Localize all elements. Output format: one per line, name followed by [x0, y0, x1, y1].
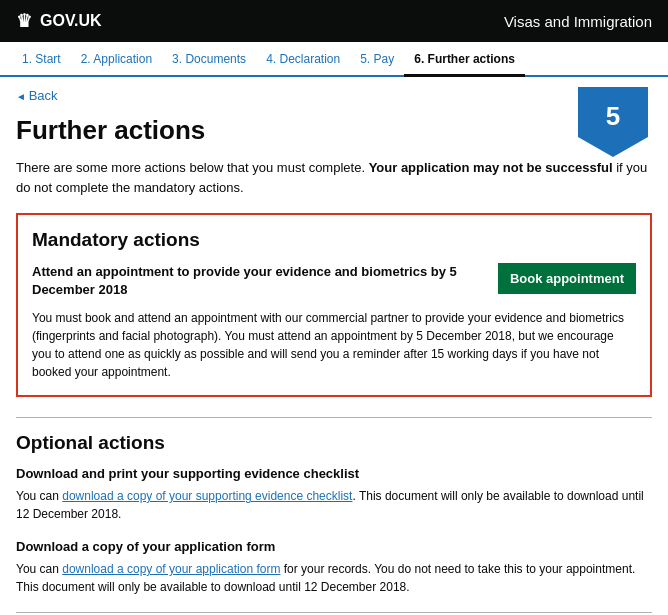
- nav-tabs: 1. Start 2. Application 3. Documents 4. …: [0, 42, 668, 77]
- tab-start[interactable]: 1. Start: [12, 42, 71, 77]
- optional-title: Optional actions: [16, 417, 652, 454]
- appointment-row: Attend an appointment to provide your ev…: [32, 263, 636, 299]
- optional-item-checklist: Download and print your supporting evide…: [16, 466, 652, 523]
- book-appointment-button[interactable]: Book appointment: [498, 263, 636, 294]
- mandatory-actions-box: Mandatory actions Attend an appointment …: [16, 213, 652, 397]
- tab-further-actions[interactable]: 6. Further actions: [404, 42, 525, 77]
- form-body-prefix: You can: [16, 562, 62, 576]
- tab-application[interactable]: 2. Application: [71, 42, 162, 77]
- appointment-heading: Attend an appointment to provide your ev…: [32, 263, 486, 299]
- optional-item-form-title: Download a copy of your application form: [16, 539, 652, 554]
- optional-item-form: Download a copy of your application form…: [16, 539, 652, 596]
- main-content: 5 Back Further actions There are some mo…: [0, 77, 668, 615]
- checklist-body-prefix: You can: [16, 489, 62, 503]
- checklist-link[interactable]: download a copy of your supporting evide…: [62, 489, 352, 503]
- crown-icon: ♛: [16, 10, 32, 32]
- intro-text-normal: There are some more actions below that y…: [16, 160, 365, 175]
- badge-container: 5: [578, 87, 648, 160]
- optional-item-form-body: You can download a copy of your applicat…: [16, 560, 652, 596]
- optional-item-checklist-title: Download and print your supporting evide…: [16, 466, 652, 481]
- gov-logo: ♛ GOV.UK: [16, 10, 102, 32]
- gov-header: ♛ GOV.UK Visas and Immigration: [0, 0, 668, 42]
- optional-item-checklist-body: You can download a copy of your supporti…: [16, 487, 652, 523]
- gov-logo-text: GOV.UK: [40, 12, 102, 30]
- form-link[interactable]: download a copy of your application form: [62, 562, 280, 576]
- tab-pay[interactable]: 5. Pay: [350, 42, 404, 77]
- page-title: Further actions: [16, 115, 652, 146]
- intro-text: There are some more actions below that y…: [16, 158, 652, 197]
- gov-site-title: Visas and Immigration: [504, 13, 652, 30]
- svg-text:5: 5: [606, 101, 620, 131]
- appointment-body: You must book and attend an appointment …: [32, 309, 636, 381]
- chevron-badge: 5: [578, 87, 648, 157]
- optional-actions-section: Optional actions Download and print your…: [16, 417, 652, 615]
- back-link[interactable]: Back: [16, 88, 58, 103]
- tab-documents[interactable]: 3. Documents: [162, 42, 256, 77]
- intro-text-bold: Your application may not be successful: [369, 160, 613, 175]
- tab-declaration[interactable]: 4. Declaration: [256, 42, 350, 77]
- mandatory-title: Mandatory actions: [32, 229, 636, 251]
